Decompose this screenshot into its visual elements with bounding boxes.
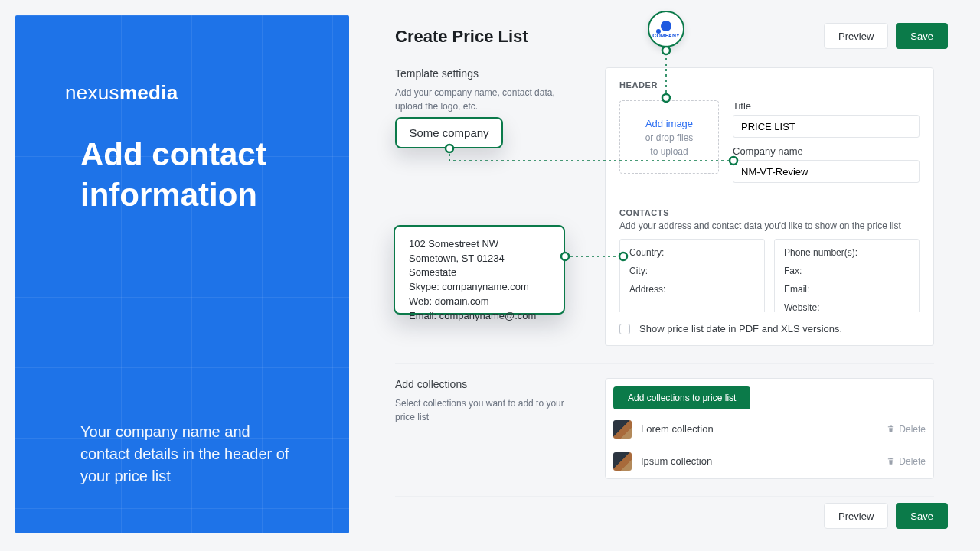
title-input[interactable] [733,115,920,138]
divider-1 [395,363,934,364]
contact-line: Skype: companyname.com [409,280,550,295]
contact-line: Sometown, ST 01234 [409,252,550,266]
template-settings-heading: Template settings [395,67,556,80]
company-logo-icon: COMPANY [652,21,679,38]
add-collections-heading: Add collections [395,378,571,390]
collection-row: Ipsum collection Delete [613,448,926,474]
contacts-comm-box[interactable]: Phone number(s): Fax: Email: Website: [774,239,920,321]
contacts-section-sub: Add your address and contact data you'd … [606,220,933,239]
trash-icon [887,457,895,465]
collections-card: Add collections to price list Lorem coll… [605,378,934,479]
collection-thumb-icon [613,452,632,471]
promo-subcopy: Your company name and contact details in… [80,421,303,487]
company-name-input[interactable] [733,160,920,183]
collection-row: Lorem collection Delete [613,416,926,442]
add-collections-block: Add collections Select collections you w… [395,378,571,424]
add-collections-button[interactable]: Add collections to price list [613,386,750,409]
collection-thumb-icon [613,420,632,439]
show-date-checkbox[interactable] [619,324,630,334]
contact-line: Somestate [409,266,550,280]
header-section: HEADER [606,68,933,93]
bottom-actions: Preview Save [824,503,948,529]
company-logo-badge: COMPANY [648,11,684,47]
contacts-section-label: CONTACTS [619,208,920,217]
brand-word-2: media [119,81,178,104]
dropzone-sub-2: to upload [650,146,688,157]
add-image-link[interactable]: Add image [645,118,693,129]
collection-name: Ipsum collection [641,455,712,467]
promo-panel: nexusmedia Add contact information Your … [15,15,349,533]
contacts-address-box[interactable]: Country: City: Address: [619,239,765,321]
field-email: Email: [784,284,910,295]
save-button[interactable]: Save [896,23,948,49]
field-address: Address: [629,284,755,295]
brand-logo: nexusmedia [65,81,178,105]
brand-word-1: nexus [65,81,119,104]
company-logo-caption: COMPANY [652,33,679,38]
company-name-label: Company name [733,145,920,157]
company-chip-label: Some company [409,126,488,139]
header-fields: Title Company name [733,100,920,183]
contact-line: Web: domain.com [409,295,550,309]
field-fax: Fax: [784,266,910,276]
contact-line: 102 Somestreet NW [409,237,550,252]
header-section-label: HEADER [619,80,920,90]
field-city: City: [629,266,755,276]
divider-2 [395,496,934,497]
title-label: Title [733,100,920,112]
trash-icon [887,425,895,433]
collection-name: Lorem collection [641,423,714,435]
show-date-row[interactable]: Show price list date in PDF and XLS vers… [605,312,934,346]
field-phone: Phone number(s): [784,247,910,258]
template-settings-block: Template settings Add your company name,… [395,67,556,113]
contact-line: Email: companyname@.com [409,309,550,324]
svg-point-0 [662,47,670,54]
delete-label: Delete [899,456,926,467]
top-actions: Preview Save [824,23,948,49]
field-website: Website: [784,302,910,313]
promo-headline: Add contact information [80,135,325,215]
show-date-label: Show price list date in PDF and XLS vers… [639,323,842,334]
contacts-section: CONTACTS [606,197,933,220]
logo-dropzone[interactable]: Add image or drop files to upload [619,100,719,174]
delete-label: Delete [899,424,926,435]
add-collections-sub: Select collections you want to add to yo… [395,396,571,424]
dropzone-sub-1: or drop files [645,132,694,143]
collection-delete-button[interactable]: Delete [887,424,926,435]
settings-card: HEADER Add image or drop files to upload… [605,67,934,336]
template-settings-sub: Add your company name, contact data, upl… [395,86,556,113]
app-canvas: Create Price List Preview Save Template … [366,0,980,551]
contact-sample-card: 102 Somestreet NW Sometown, ST 01234 Som… [394,225,565,315]
save-button-bottom[interactable]: Save [896,503,948,529]
preview-button[interactable]: Preview [824,23,888,49]
page-title: Create Price List [395,27,528,47]
company-chip: Some company [395,117,503,148]
preview-button-bottom[interactable]: Preview [824,503,888,529]
collection-delete-button[interactable]: Delete [887,456,926,467]
field-country: Country: [629,247,755,258]
